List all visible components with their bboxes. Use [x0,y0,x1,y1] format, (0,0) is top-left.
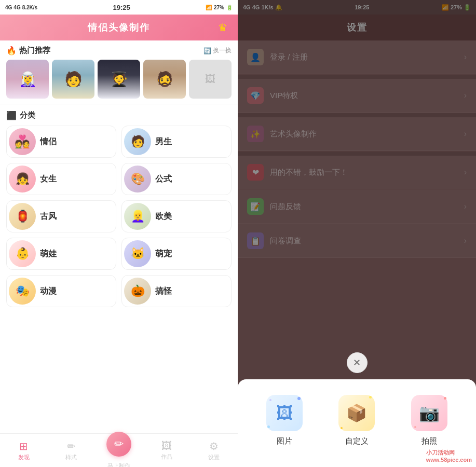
camera-icon: 📷 [419,403,440,423]
left-header: 情侣头像制作 ♛ [0,15,238,40]
hot-images: 🧝‍♀️ 🧑 🧑‍🎓 🧔 🖼 [6,60,232,99]
formula-avatar: 🎨 [124,166,151,193]
category-item-boy[interactable]: 🧑 男生 [121,126,232,158]
left-status-bar: 4G 4G 8.2K/s 19:25 📶 27% 🔋 [0,0,238,15]
network-4g-2: 4G [13,5,20,10]
category-item-weird[interactable]: 🎃 搞怪 [121,275,232,307]
custom-icon-container: 📦 [338,395,375,431]
girl-label: 女生 [40,174,57,185]
sparkle-3 [269,399,271,401]
refresh-button[interactable]: 🔄 换一换 [203,46,232,55]
network-speed: 8.2K/s [22,5,37,10]
boy-avatar: 🧑 [124,128,151,155]
picture-icon-container: 🖼 [266,395,303,431]
watermark: 小刀活动网www.58picc.com [426,449,472,463]
discover-icon: ⊞ [19,440,28,452]
category-item-cute[interactable]: 👶 萌娃 [6,238,116,270]
picture-label: 图片 [277,436,292,446]
category-icon: ⬛ [6,111,17,120]
sparkle-1 [297,397,301,400]
sparkle-r1 [444,397,446,400]
works-label: 作品 [161,453,172,461]
hot-header: 🔥 热门推荐 🔄 换一换 [6,46,232,56]
left-panel: 4G 4G 8.2K/s 19:25 📶 27% 🔋 情侣头像制作 ♛ 🔥 热门… [0,0,238,467]
category-item-anime[interactable]: 🎭 动漫 [6,275,116,307]
nav-item-style[interactable]: ✏ 样式 [48,440,96,461]
divider [0,104,238,104]
hot-title-text: 热门推荐 [19,46,50,56]
anime-avatar: 🎭 [9,278,36,305]
left-time: 19:25 [113,4,130,11]
nav-item-settings[interactable]: ⚙ 设置 [190,440,238,461]
category-title: ⬛ 分类 [6,111,232,120]
sparkle-2 [267,425,270,428]
works-icon: 🖼 [161,440,172,452]
right-panel: 4G 4G 1K/s 🔔 19:25 📶 27% 🔋 设置 👤 登录 / 注册 … [238,0,476,467]
hot-image-4[interactable]: 🧔 [143,60,186,99]
camera-icon-container: 📷 [411,395,447,431]
sparkle-r2 [414,426,416,428]
couple-avatar: 💑 [9,128,36,155]
left-right-icons: 📶 27% 🔋 [206,5,233,10]
custom-icon: 📦 [346,403,367,423]
camera-label: 拍照 [421,436,437,446]
category-item-western[interactable]: 👱‍♀️ 欧美 [121,200,232,232]
hot-image-3[interactable]: 🧑‍🎓 [98,60,140,99]
make-btn-icon: ✏ [114,437,124,451]
hot-image-5[interactable]: 🖼 [189,60,232,99]
refresh-label: 换一换 [213,46,232,55]
crown-icon[interactable]: ♛ [218,21,227,34]
hot-image-2[interactable]: 🧑 [52,60,94,99]
network-4g-1: 4G [5,5,12,10]
boy-label: 男生 [155,136,172,147]
cute-label: 萌娃 [40,249,57,259]
sparkle-y2 [341,427,343,429]
settings-nav-label: 设置 [208,454,220,461]
battery-text: 27% [214,5,224,10]
wifi-icon: 📶 [206,5,212,10]
ancient-avatar: 🏮 [9,203,36,230]
battery-icon: 🔋 [226,5,233,10]
style-label: 样式 [65,454,77,461]
sheet-option-camera[interactable]: 📷 拍照 [411,395,447,446]
category-item-pet[interactable]: 🐱 萌宠 [121,238,232,270]
nav-item-make[interactable]: ✏ 马上制作 [95,432,143,468]
weird-label: 搞怪 [155,286,172,297]
western-avatar: 👱‍♀️ [124,203,151,230]
category-section: ⬛ 分类 💑 情侣 🧑 男生 👧 女生 🎨 公式 [0,106,238,433]
settings-nav-icon: ⚙ [209,440,219,452]
girl-avatar: 👧 [9,166,36,193]
category-grid: 💑 情侣 🧑 男生 👧 女生 🎨 公式 🏮 古风 [6,126,232,307]
nav-item-discover[interactable]: ⊞ 发现 [0,440,48,461]
sparkle-y1 [369,396,372,399]
pet-avatar: 🐱 [124,240,151,267]
cute-avatar: 👶 [9,240,36,267]
western-label: 欧美 [155,211,172,222]
couple-label: 情侣 [40,136,57,147]
category-title-text: 分类 [20,111,35,120]
category-item-formula[interactable]: 🎨 公式 [121,163,232,195]
bottom-nav: ⊞ 发现 ✏ 样式 ✏ 马上制作 🖼 作品 ⚙ 设置 [0,433,238,467]
close-icon: ✕ [353,357,361,368]
category-item-ancient[interactable]: 🏮 古风 [6,200,116,232]
hot-image-1[interactable]: 🧝‍♀️ [6,60,49,99]
sheet-option-custom[interactable]: 📦 自定义 [338,395,375,446]
discover-label: 发现 [18,454,30,461]
left-signal: 4G 4G 8.2K/s [5,5,37,10]
category-item-couple[interactable]: 💑 情侣 [6,126,116,158]
placeholder-icon: 🖼 [205,73,215,85]
nav-item-works[interactable]: 🖼 作品 [143,440,191,461]
custom-label: 自定义 [345,436,369,446]
pet-label: 萌宠 [155,249,172,259]
left-title: 情侣头像制作 [88,21,150,34]
close-button[interactable]: ✕ [347,352,368,373]
sheet-options: 🖼 图片 📦 自定义 📷 [248,395,466,446]
weird-avatar: 🎃 [124,278,151,305]
fire-icon: 🔥 [6,46,17,56]
anime-label: 动漫 [40,286,57,297]
category-item-girl[interactable]: 👧 女生 [6,163,116,195]
style-icon: ✏ [67,440,76,452]
make-center-btn[interactable]: ✏ [106,432,131,457]
hot-title: 🔥 热门推荐 [6,46,50,56]
sheet-option-picture[interactable]: 🖼 图片 [266,395,303,446]
